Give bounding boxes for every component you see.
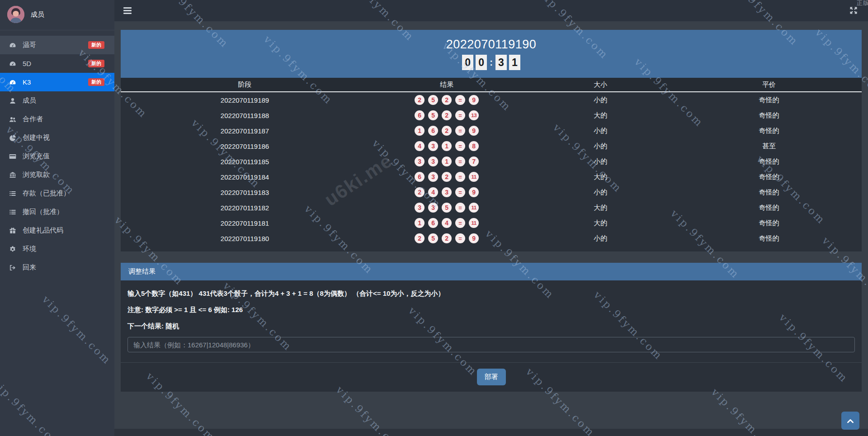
sidebar-item-browse-recharge[interactable]: 浏览充值 (0, 147, 114, 166)
col-result: 结果 (369, 81, 524, 89)
scroll-to-top-button[interactable] (841, 412, 859, 430)
table-row: 2022070119182335=11大的奇怪的 (121, 200, 862, 215)
sidebar-item-partner[interactable]: 合作者 (0, 110, 114, 128)
sidebar-item-withdraw-approved[interactable]: 撤回（批准） (0, 203, 114, 221)
row-parity: 奇怪的 (676, 188, 862, 197)
sidebar-item-deposit-approved[interactable]: 存款（已批准） (0, 184, 114, 203)
table-row: 2022070119188652=13大的奇怪的 (121, 108, 862, 123)
row-result: 335=11 (369, 203, 524, 213)
dice-value: 1 (415, 126, 425, 136)
dice-value: 5 (428, 95, 438, 105)
sidebar-item-label: 温哥 (23, 41, 36, 49)
table-row: 2022070119183243=9小的奇怪的 (121, 185, 862, 200)
row-parity: 奇怪的 (676, 157, 862, 166)
deploy-button[interactable]: 部署 (477, 369, 506, 385)
sum-value: 9 (469, 95, 479, 105)
menu-toggle-icon[interactable] (123, 7, 132, 14)
sum-value: 9 (469, 233, 479, 243)
row-size: 小的 (524, 127, 676, 135)
row-result: 431=8 (369, 141, 524, 151)
col-stage: 阶段 (121, 81, 369, 89)
dice-value: 3 (428, 172, 438, 182)
dice-value: 1 (442, 141, 452, 151)
dice-value: 4 (415, 141, 425, 151)
draw-results-panel: 2022070119190 00:31 阶段 结果 大小 平价 20220701… (121, 30, 862, 251)
row-period: 2022070119189 (121, 96, 369, 104)
dice-value: 5 (428, 110, 438, 120)
sidebar: 成员 温哥新的5D新的K3新的成员合作者创建中视浏览充值浏览取款存款（已批准）撤… (0, 0, 114, 436)
equals-sign: = (455, 110, 465, 120)
row-parity: 奇怪的 (676, 111, 862, 120)
row-parity: 奇怪的 (676, 96, 862, 104)
sidebar-item-wenge[interactable]: 温哥新的 (0, 36, 114, 54)
dice-value: 6 (415, 172, 425, 182)
sidebar-item-create-view[interactable]: 创建中视 (0, 128, 114, 147)
dice-value: 4 (442, 218, 452, 228)
sidebar-item-label: 5D (23, 60, 31, 67)
sidebar-item-k3[interactable]: K3新的 (0, 73, 114, 91)
row-size: 小的 (524, 142, 676, 151)
main-content: 2022070119190 00:31 阶段 结果 大小 平价 20220701… (114, 21, 868, 436)
countdown-digit: 1 (509, 55, 520, 70)
table-row: 2022070119185331=7小的奇怪的 (121, 154, 862, 169)
equals-sign: = (455, 218, 465, 228)
table-row: 2022070119189252=9小的奇怪的 (121, 92, 862, 108)
dice-value: 6 (415, 110, 425, 120)
row-period: 2022070119180 (121, 235, 369, 242)
list-icon (9, 190, 17, 197)
result-input[interactable] (127, 337, 855, 352)
gear-icon (9, 246, 17, 253)
countdown-digit: 3 (495, 55, 507, 70)
equals-sign: = (455, 95, 465, 105)
table-row: 2022070119180252=9小的奇怪的 (121, 231, 862, 246)
sidebar-item-back[interactable]: 回来 (0, 258, 114, 277)
row-parity: 奇怪的 (676, 127, 862, 135)
fullscreen-icon[interactable] (849, 6, 858, 15)
user-avatar (7, 6, 24, 23)
sidebar-item-label: 回来 (23, 263, 36, 272)
row-period: 2022070119182 (121, 204, 369, 212)
users-icon (9, 116, 17, 123)
dice-value: 4 (428, 187, 438, 197)
table-row: 2022070119187162=9小的奇怪的 (121, 123, 862, 138)
row-result: 652=13 (369, 110, 524, 120)
equals-sign: = (455, 141, 465, 151)
row-size: 小的 (524, 96, 676, 104)
dice-value: 3 (442, 187, 452, 197)
new-badge: 新的 (88, 60, 104, 67)
dice-value: 3 (428, 203, 438, 213)
dice-value: 6 (428, 218, 438, 228)
row-result: 252=9 (369, 233, 524, 243)
sidebar-item-label: K3 (23, 78, 31, 86)
tachometer-icon (9, 42, 17, 49)
user-icon (9, 97, 17, 104)
sidebar-item-gift-code[interactable]: 创建礼品代码 (0, 221, 114, 240)
chevron-up-icon (846, 417, 854, 424)
sidebar-item-label: 成员 (23, 96, 36, 105)
dice-value: 3 (415, 156, 425, 166)
results-table-body: 2022070119189252=9小的奇怪的2022070119188652=… (121, 92, 862, 251)
card-icon (9, 153, 17, 160)
sidebar-item-member[interactable]: 成员 (0, 91, 114, 110)
gift-icon (9, 227, 17, 234)
dice-value: 3 (428, 141, 438, 151)
sidebar-item-browse-withdraw[interactable]: 浏览取款 (0, 166, 114, 184)
row-result: 632=11 (369, 172, 524, 182)
sidebar-item-label: 撤回（批准） (23, 208, 63, 216)
row-parity: 奇怪的 (676, 234, 862, 243)
sum-value: 11 (469, 203, 479, 213)
equals-sign: = (455, 187, 465, 197)
row-period: 2022070119187 (121, 127, 369, 135)
bottom-strip (114, 429, 868, 436)
equals-sign: = (455, 156, 465, 166)
countdown-digit: 0 (476, 55, 487, 70)
sidebar-item-label: 环境 (23, 245, 36, 253)
row-size: 大的 (524, 111, 676, 120)
sidebar-item-label: 浏览充值 (23, 152, 50, 161)
row-size: 大的 (524, 219, 676, 227)
sidebar-item-environment[interactable]: 环境 (0, 240, 114, 258)
tachometer-icon (9, 79, 17, 86)
row-period: 2022070119181 (121, 219, 369, 227)
sidebar-item-5d[interactable]: 5D新的 (0, 54, 114, 73)
row-period: 2022070119183 (121, 189, 369, 196)
